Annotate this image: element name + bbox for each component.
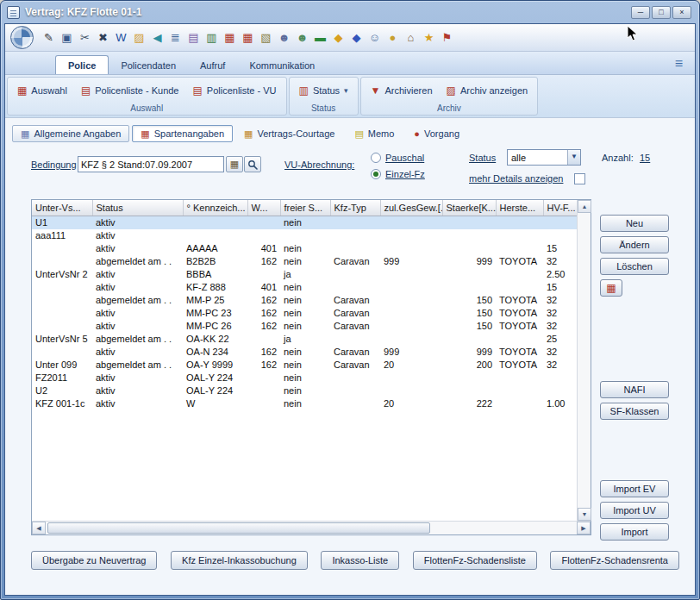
- table-cell[interactable]: abgemeldet am . .: [92, 333, 183, 346]
- cut-icon[interactable]: ✂: [77, 29, 93, 46]
- table-cell[interactable]: TOYOTA: [496, 320, 543, 333]
- haus-icon[interactable]: ⌂: [403, 29, 419, 46]
- policenliste-vu-button[interactable]: ▤Policenliste - VU: [186, 83, 284, 98]
- radio-pauschal[interactable]: Pauschal: [371, 153, 424, 163]
- import-button[interactable]: Import: [600, 523, 669, 541]
- column-header[interactable]: W...: [247, 200, 280, 216]
- table-cell[interactable]: aktiv: [92, 242, 183, 255]
- inkasso-liste-button[interactable]: Inkasso-Liste: [321, 551, 399, 570]
- table-row[interactable]: aktivKF-Z 888401nein15: [32, 281, 577, 294]
- table-cell[interactable]: 150: [442, 307, 496, 320]
- table-cell[interactable]: 401: [247, 281, 280, 294]
- back-icon[interactable]: ◀: [149, 29, 166, 46]
- table-row[interactable]: U2aktivOAL-Y 224nein: [32, 384, 577, 397]
- status-button[interactable]: ▥Status▾: [292, 83, 355, 98]
- table-row[interactable]: aaa111aktiv: [32, 229, 577, 242]
- table-cell[interactable]: [496, 268, 543, 281]
- table-cell[interactable]: OA-N 234: [183, 346, 247, 359]
- table-cell[interactable]: Unter 099: [32, 359, 92, 372]
- mehr-details-checkbox[interactable]: [574, 173, 585, 184]
- table-cell[interactable]: 999: [380, 346, 442, 359]
- table-row[interactable]: U1aktivnein: [32, 216, 577, 229]
- table-cell[interactable]: [543, 372, 577, 384]
- scroll-down-button[interactable]: ▼: [578, 508, 591, 521]
- table-cell[interactable]: nein: [280, 255, 330, 268]
- table-cell[interactable]: [496, 333, 543, 346]
- flottenfz-schadensrenta-button[interactable]: FlottenFz-Schadensrenta: [550, 551, 679, 570]
- table-cell[interactable]: [442, 281, 496, 294]
- bedingung-tabelle-button[interactable]: ▦: [226, 156, 243, 172]
- import-uv-button[interactable]: Import UV: [600, 502, 669, 519]
- karten-icon[interactable]: ▤: [185, 29, 202, 46]
- table-cell[interactable]: [183, 229, 247, 242]
- table-cell[interactable]: nein: [280, 307, 330, 320]
- fz-kopieren-button[interactable]: ▦: [600, 279, 622, 297]
- vertical-scrollbar[interactable]: ▲ ▼: [577, 200, 591, 521]
- scroll-right-button[interactable]: ▶: [577, 522, 591, 534]
- table-cell[interactable]: OA-Y 9999: [183, 359, 247, 372]
- table-cell[interactable]: aktiv: [92, 320, 183, 333]
- table-cell[interactable]: nein: [280, 346, 330, 359]
- table-cell[interactable]: TOYOTA: [496, 346, 543, 359]
- table-cell[interactable]: aktiv: [92, 384, 183, 397]
- table-row[interactable]: UnterVsNr 2aktivBBBAja2.50: [32, 268, 577, 281]
- table-cell[interactable]: [442, 229, 496, 242]
- liste-icon[interactable]: ≣: [167, 29, 184, 46]
- table-cell[interactable]: 162: [247, 255, 280, 268]
- open-folder-icon[interactable]: ▨: [131, 29, 147, 46]
- table-cell[interactable]: aktiv: [92, 307, 183, 320]
- horizontal-scroll-track[interactable]: [46, 522, 577, 534]
- auswahl-button[interactable]: ▦Auswahl: [10, 83, 74, 98]
- table-cell[interactable]: [330, 372, 380, 384]
- table-cell[interactable]: 25: [543, 333, 577, 346]
- column-header[interactable]: HV-F...: [543, 200, 577, 216]
- table-cell[interactable]: [442, 372, 496, 384]
- tab-allgemeine-angaben[interactable]: ▦Allgemeine Angaben: [12, 125, 129, 142]
- loeschen-button[interactable]: Löschen: [600, 258, 669, 275]
- titlebar[interactable]: Vertrag: KFZ Flotte 01-1 ─ □ ×: [4, 1, 696, 23]
- vertical-scroll-track[interactable]: [578, 213, 591, 508]
- table-cell[interactable]: [496, 229, 543, 242]
- table-cell[interactable]: abgemeldet am . .: [92, 294, 183, 307]
- horizontal-scrollbar[interactable]: ◀ ▶: [32, 521, 591, 534]
- table-cell[interactable]: 32: [543, 294, 577, 307]
- table-cell[interactable]: [330, 397, 380, 410]
- table-cell[interactable]: TOYOTA: [496, 255, 543, 268]
- table-cell[interactable]: nein: [280, 294, 330, 307]
- table-cell[interactable]: ja: [280, 268, 330, 281]
- table-cell[interactable]: 20: [380, 397, 442, 410]
- radio-pauschal-circle[interactable]: [371, 153, 381, 163]
- table-cell[interactable]: [32, 242, 92, 255]
- tab-police[interactable]: Police: [55, 55, 109, 74]
- bedingung-input[interactable]: [78, 156, 224, 172]
- table-cell[interactable]: [380, 294, 442, 307]
- table-cell[interactable]: Caravan: [330, 307, 380, 320]
- column-header[interactable]: zul.GesGew.[...: [380, 200, 442, 216]
- combo-dropdown-icon[interactable]: ▼: [567, 150, 580, 165]
- status-filter-label[interactable]: Status: [469, 153, 496, 163]
- table-cell[interactable]: BBBA: [183, 268, 247, 281]
- table-cell[interactable]: MM-PC 26: [183, 320, 247, 333]
- table-cell[interactable]: MM-P 25: [183, 294, 247, 307]
- table-cell[interactable]: AAAAA: [183, 242, 247, 255]
- table-cell[interactable]: aktiv: [92, 229, 183, 242]
- close-button[interactable]: ×: [672, 6, 691, 19]
- table-cell[interactable]: [330, 268, 380, 281]
- tab-vorgang[interactable]: ●Vorgang: [405, 125, 468, 142]
- kontakte-icon[interactable]: ☻: [276, 29, 292, 46]
- table-cell[interactable]: UnterVsNr 2: [32, 268, 92, 281]
- table-cell[interactable]: [247, 229, 280, 242]
- table-cell[interactable]: nein: [280, 320, 330, 333]
- radio-einzel-fz[interactable]: Einzel-Fz: [371, 169, 425, 179]
- column-header[interactable]: Kfz-Typ: [330, 200, 380, 216]
- table-cell[interactable]: [543, 216, 577, 229]
- table-cell[interactable]: [247, 372, 280, 384]
- table-cell[interactable]: 32: [543, 359, 577, 372]
- policenliste-rot-icon[interactable]: ▦: [222, 29, 238, 46]
- table-cell[interactable]: 222: [442, 397, 496, 410]
- table-row[interactable]: Unter 099abgemeldet am . .OA-Y 9999162ne…: [32, 359, 577, 372]
- column-header[interactable]: Status: [92, 200, 183, 216]
- table-cell[interactable]: 162: [247, 346, 280, 359]
- table-cell[interactable]: 1.00: [543, 397, 577, 410]
- table-cell[interactable]: 162: [247, 307, 280, 320]
